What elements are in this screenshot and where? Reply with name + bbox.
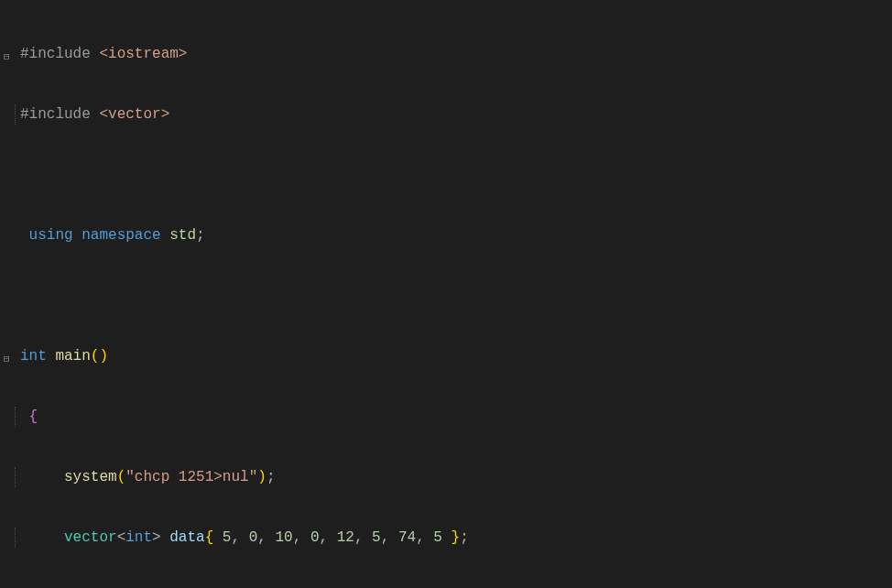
code-line: ⊟int main() — [0, 346, 892, 366]
number-token: 5 — [372, 529, 381, 546]
function-token: system — [64, 469, 117, 485]
number-token: 74 — [398, 529, 416, 546]
variable-token: data — [169, 529, 204, 546]
keyword-token: using — [29, 227, 82, 244]
preproc-token: #include — [20, 46, 99, 62]
brace-token: { — [29, 408, 38, 425]
punct-token: ; — [460, 529, 469, 546]
paren-token: ( — [117, 469, 126, 485]
brace-token: { — [205, 529, 223, 546]
code-line: { — [0, 407, 892, 427]
paren-token: ) — [257, 469, 267, 485]
code-line: ⊟#include <iostream> — [0, 44, 892, 64]
punct-token: , — [257, 529, 275, 546]
fold-minus-icon[interactable]: ⊟ — [4, 349, 10, 369]
code-line: #include <vector> — [0, 104, 892, 125]
include-path: <iostream> — [99, 46, 187, 62]
type-token: vector — [64, 529, 117, 546]
punct-token: , — [416, 529, 433, 546]
punct-token: , — [354, 529, 372, 546]
indent — [29, 469, 64, 485]
punct-token: < — [117, 529, 126, 546]
keyword-token: namespace — [82, 227, 169, 244]
code-editor[interactable]: ⊟#include <iostream> #include <vector> u… — [0, 0, 892, 588]
number-token: 12 — [337, 529, 354, 546]
code-line: system("chcp 1251>nul"); — [0, 467, 892, 487]
punct-token: , — [293, 529, 310, 546]
code-line — [0, 165, 892, 185]
code-line: using namespace std; — [0, 225, 892, 245]
code-line: vector<int> data{ 5, 0, 10, 0, 12, 5, 74… — [0, 528, 892, 548]
number-token: 5 — [433, 529, 442, 546]
number-token: 10 — [275, 529, 292, 546]
number-token: 0 — [310, 529, 320, 546]
fold-minus-icon[interactable]: ⊟ — [4, 47, 10, 67]
type-token: int — [125, 529, 152, 546]
namespace-token: std — [169, 227, 196, 244]
punct-token: ; — [267, 469, 276, 485]
brace-token: } — [442, 529, 460, 546]
include-path: <vector> — [99, 106, 169, 123]
punct-token: > — [152, 529, 169, 546]
number-token: 0 — [249, 529, 258, 546]
indent — [29, 529, 64, 546]
punct-token: , — [381, 529, 398, 546]
string-token: "chcp 1251>nul" — [125, 469, 257, 485]
paren-token: () — [91, 348, 108, 365]
punct-token: ; — [196, 227, 205, 244]
punct-token: , — [231, 529, 248, 546]
preproc-token: #include — [20, 106, 99, 123]
punct-token: , — [320, 529, 337, 546]
function-token: main — [55, 348, 90, 365]
type-token: int — [20, 348, 55, 365]
code-line — [0, 286, 892, 306]
